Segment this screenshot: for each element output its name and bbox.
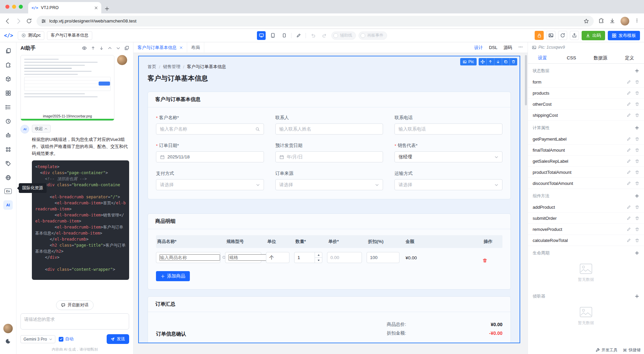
- robot-icon[interactable]: [5, 132, 11, 138]
- canvas-events-toggle[interactable]: 画板事件: [359, 32, 387, 40]
- mobile-view-button[interactable]: [280, 31, 288, 40]
- order-source-select[interactable]: 请选择: [275, 179, 383, 190]
- spec-input[interactable]: [225, 252, 261, 263]
- collapse-down-icon[interactable]: [116, 46, 120, 50]
- computed-item[interactable]: productTotalAmount: [528, 167, 644, 178]
- preview-eye-icon[interactable]: [82, 46, 87, 51]
- collapse-up-icon[interactable]: [108, 46, 112, 50]
- blocks-icon[interactable]: [5, 76, 11, 82]
- customer-name-input[interactable]: [156, 123, 264, 135]
- stepper-down-icon[interactable]: [315, 258, 322, 263]
- add-method-icon[interactable]: [635, 194, 639, 198]
- codegen-button[interactable]: 出码: [582, 31, 605, 40]
- move-up-icon[interactable]: [486, 58, 494, 65]
- scroll-bottom-icon[interactable]: [99, 46, 104, 50]
- edit-pencil-button[interactable]: [294, 31, 303, 40]
- more-icon[interactable]: [518, 45, 523, 50]
- method-item[interactable]: calculateRowTotal: [528, 235, 644, 246]
- window-close-button[interactable]: [5, 5, 9, 9]
- url-text[interactable]: lcdp.vtj.pro/designer/#/web/samchen08.te…: [49, 18, 580, 23]
- ai-assistant-icon[interactable]: AI: [3, 200, 13, 210]
- tab-datasource[interactable]: 数据源: [586, 52, 615, 63]
- downloads-icon[interactable]: [609, 18, 615, 24]
- mode-design[interactable]: 设计: [474, 45, 483, 51]
- window-minimize-button[interactable]: [12, 5, 16, 9]
- window-zoom-button[interactable]: [19, 5, 23, 9]
- delete-icon[interactable]: [635, 216, 639, 220]
- edit-icon[interactable]: [627, 181, 631, 186]
- history-icon[interactable]: [5, 118, 11, 124]
- delete-icon[interactable]: [635, 137, 639, 141]
- project-chip[interactable]: 测试pc: [18, 31, 44, 40]
- i18n-icon[interactable]: En: [4, 189, 12, 194]
- quantity-stepper[interactable]: 1: [294, 252, 322, 263]
- state-item[interactable]: shippingCost: [528, 110, 644, 121]
- delete-icon[interactable]: [509, 58, 517, 65]
- user-avatar[interactable]: [3, 324, 13, 333]
- guides-toggle[interactable]: 辅助线: [331, 32, 356, 40]
- phone-input[interactable]: [394, 123, 502, 135]
- devtools-link[interactable]: 开发工具: [595, 347, 618, 353]
- method-item[interactable]: removeProduct: [528, 224, 644, 235]
- tab-css[interactable]: CSS: [557, 52, 586, 63]
- sales-rep-select[interactable]: 张经理: [394, 151, 502, 162]
- selection-badge[interactable]: Pic: [460, 58, 477, 65]
- tab-close-icon[interactable]: [94, 6, 98, 10]
- product-name-input[interactable]: [156, 252, 220, 263]
- refresh-button[interactable]: [558, 31, 567, 40]
- ship-date-picker[interactable]: 年/月/日: [275, 151, 383, 162]
- duplicate-icon[interactable]: [502, 58, 509, 65]
- auto-checkbox[interactable]: 自动: [59, 336, 73, 342]
- contact-input[interactable]: [275, 123, 383, 135]
- globe-icon[interactable]: [5, 174, 11, 181]
- delete-icon[interactable]: [635, 159, 639, 163]
- redo-button[interactable]: [320, 31, 329, 40]
- undo-button[interactable]: [309, 31, 317, 40]
- state-item[interactable]: otherCost: [528, 99, 644, 110]
- publish-template-button[interactable]: 发布模板: [608, 31, 640, 40]
- state-item[interactable]: products: [528, 88, 644, 99]
- tab-close-icon[interactable]: [179, 46, 183, 49]
- payment-select[interactable]: 请选择: [156, 179, 264, 190]
- forward-button[interactable]: [15, 18, 21, 24]
- bookmark-star-icon[interactable]: [584, 18, 589, 24]
- add-computed-icon[interactable]: [635, 125, 639, 130]
- ai-code-block[interactable]: <template> <div class="page-container"> …: [32, 160, 129, 280]
- add-watcher-icon[interactable]: [635, 294, 639, 299]
- canvas-scrollbar[interactable]: [525, 55, 527, 105]
- components-icon[interactable]: [5, 62, 11, 68]
- computed-item[interactable]: getPaymentLabel: [528, 134, 644, 145]
- plugins-icon[interactable]: [5, 160, 11, 166]
- new-tab-button[interactable]: [105, 6, 109, 11]
- breadcrumb-sales[interactable]: 销售管理: [163, 64, 180, 70]
- add-lifecycle-icon[interactable]: [635, 251, 639, 255]
- apps-icon[interactable]: [5, 146, 11, 152]
- unit-price-input[interactable]: 0.00: [327, 252, 362, 263]
- delete-icon[interactable]: [635, 181, 639, 186]
- method-item[interactable]: addProduct: [528, 202, 644, 213]
- delete-icon[interactable]: [635, 91, 639, 95]
- edit-icon[interactable]: [627, 137, 631, 141]
- panel-pin-icon[interactable]: [124, 46, 129, 50]
- url-bar[interactable]: lcdp.vtj.pro/designer/#/web/samchen08.te…: [37, 16, 594, 27]
- computed-item[interactable]: finalTotalAmount: [528, 145, 644, 156]
- method-item[interactable]: submitOrder: [528, 213, 644, 224]
- model-select[interactable]: Gemini 3 Pro: [20, 335, 55, 343]
- back-button[interactable]: [5, 18, 11, 24]
- unit-input[interactable]: 个: [266, 252, 289, 263]
- mode-source[interactable]: 源码: [503, 45, 512, 51]
- tab-settings[interactable]: 设置: [528, 52, 557, 63]
- profile-avatar[interactable]: [621, 17, 629, 26]
- delete-icon[interactable]: [635, 170, 639, 174]
- lock-button[interactable]: [535, 31, 544, 40]
- page-tab-active[interactable]: 客户与订单基本信息: [133, 42, 187, 53]
- design-page[interactable]: Pic 首页 / 销售管理 /: [138, 56, 520, 343]
- delete-icon[interactable]: [635, 148, 639, 152]
- delete-icon[interactable]: [635, 80, 639, 84]
- add-state-icon[interactable]: [635, 68, 639, 73]
- tablet-view-button[interactable]: [268, 31, 277, 40]
- browser-tab[interactable]: </> VTJ.PRO: [28, 2, 101, 13]
- site-controls-icon[interactable]: [41, 19, 46, 23]
- edit-icon[interactable]: [627, 91, 631, 95]
- materials-icon[interactable]: [5, 90, 11, 96]
